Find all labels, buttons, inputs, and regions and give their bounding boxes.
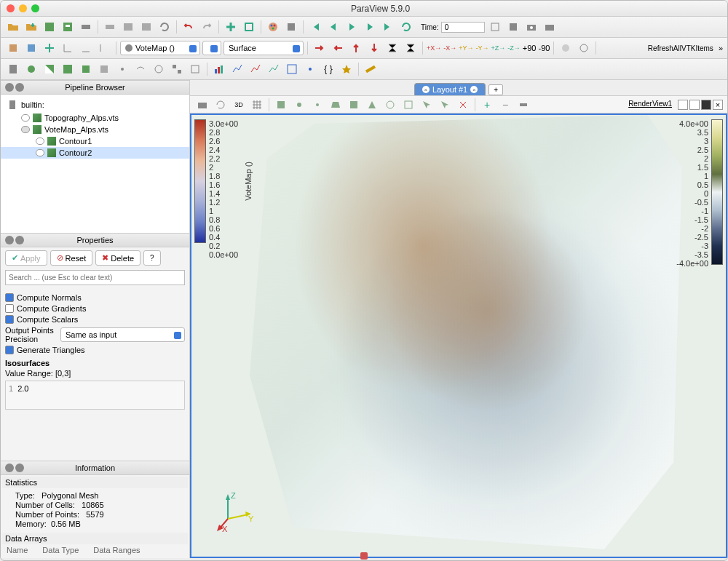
- compute-scalars-checkbox[interactable]: Compute Scalars: [5, 315, 185, 324]
- layout-tab[interactable]: × Layout #1 ×: [414, 83, 486, 95]
- pipeline-item[interactable]: Contour2: [1, 147, 189, 159]
- axis-minus-x-icon[interactable]: -X→: [443, 40, 456, 56]
- pipeline-root[interactable]: builtin:: [1, 98, 189, 112]
- line-chart2-icon[interactable]: [248, 61, 264, 77]
- probe-icon[interactable]: [302, 61, 318, 77]
- clip-icon[interactable]: [41, 61, 58, 77]
- grid-icon[interactable]: [249, 97, 265, 113]
- sel-points-icon[interactable]: [309, 97, 325, 113]
- line-chart-icon[interactable]: [229, 61, 245, 77]
- next-frame-icon[interactable]: [362, 19, 378, 35]
- colorbar-votemap[interactable]: 3.0e+002.82.62.42.221.81.61.41.210.80.60…: [194, 119, 253, 243]
- hover-point-icon[interactable]: [382, 97, 398, 113]
- panel-close-icon[interactable]: [5, 236, 14, 244]
- line-chart3-icon[interactable]: [266, 61, 282, 77]
- save-icon[interactable]: [23, 19, 39, 35]
- loop-icon[interactable]: [398, 19, 414, 35]
- axis-minus-y-icon[interactable]: -Y→: [476, 40, 489, 56]
- add-layout-button[interactable]: +: [488, 84, 503, 95]
- slice-icon[interactable]: [60, 61, 76, 77]
- sel-block-icon[interactable]: [346, 97, 362, 113]
- compute-normals-checkbox[interactable]: Compute Normals: [5, 293, 185, 302]
- render-view[interactable]: 3.0e+002.82.62.42.221.81.61.41.210.80.60…: [190, 114, 727, 558]
- extract-level-icon[interactable]: [187, 61, 203, 77]
- xminus-view-icon[interactable]: [330, 40, 346, 56]
- colorbar-topography[interactable]: 4.0e+003.532.521.510.50-0.5-1-1.5-2-2.5-…: [676, 119, 723, 265]
- time-input[interactable]: [441, 22, 485, 33]
- panel-dock-icon[interactable]: [15, 83, 24, 92]
- connect-icon[interactable]: [78, 19, 94, 35]
- split-v-icon[interactable]: [689, 100, 700, 110]
- undo-icon[interactable]: [181, 19, 197, 35]
- clear-sel-icon[interactable]: [455, 97, 471, 113]
- screenshot-icon[interactable]: [523, 19, 539, 35]
- pipeline-item[interactable]: Topography_Alps.vts: [1, 112, 189, 124]
- close-view-icon[interactable]: ×: [713, 100, 723, 110]
- sel-interactive-icon[interactable]: [364, 97, 380, 113]
- orientation-axes[interactable]: Z Y X: [213, 490, 257, 535]
- maximize-icon[interactable]: [701, 100, 711, 110]
- ruler-icon[interactable]: [363, 61, 379, 77]
- last-frame-icon[interactable]: [380, 19, 396, 35]
- curves-icon[interactable]: { }: [320, 61, 336, 77]
- reset-button[interactable]: ⊘Reset: [50, 250, 93, 266]
- bar-chart-icon[interactable]: [211, 61, 227, 77]
- xplus-view-icon[interactable]: [312, 40, 328, 56]
- contour-icon[interactable]: [23, 61, 39, 77]
- renderview-label[interactable]: RenderView1: [628, 100, 672, 110]
- yminus-view-icon[interactable]: [366, 40, 382, 56]
- adjust-camera-icon[interactable]: [558, 40, 574, 56]
- scale-axis3-icon[interactable]: [96, 40, 112, 56]
- panel-dock-icon[interactable]: [15, 236, 24, 244]
- zoom-to-data-icon[interactable]: [23, 40, 39, 56]
- chart4-icon[interactable]: [284, 61, 300, 77]
- output-precision-combo[interactable]: Same as input: [60, 327, 185, 342]
- panel-dock-icon[interactable]: [15, 463, 24, 472]
- warp-icon[interactable]: [151, 61, 167, 77]
- isosurface-values-list[interactable]: 12.0: [5, 381, 185, 410]
- visibility-toggle-icon[interactable]: [36, 138, 44, 145]
- play-icon[interactable]: [344, 19, 360, 35]
- visibility-toggle-icon[interactable]: [36, 149, 44, 156]
- tab-close-icon[interactable]: ×: [470, 86, 478, 93]
- rotate-minus-icon[interactable]: -90: [538, 40, 550, 56]
- undo-camera-icon[interactable]: [213, 97, 229, 113]
- pick-icon[interactable]: [419, 97, 435, 113]
- delete-button[interactable]: ✖Delete: [95, 250, 141, 266]
- sel-frustum-icon[interactable]: [328, 97, 344, 113]
- save-data-icon[interactable]: [41, 19, 58, 35]
- apply-on-select-icon[interactable]: [241, 19, 257, 35]
- extract-icon[interactable]: [96, 61, 112, 77]
- representation-combo[interactable]: Surface: [223, 41, 304, 55]
- axis-minus-z-icon[interactable]: -Z→: [507, 40, 521, 56]
- rotate-camera-icon[interactable]: [576, 40, 592, 56]
- generate-triangles-checkbox[interactable]: Generate Triangles: [5, 346, 185, 354]
- pick2-icon[interactable]: [437, 97, 453, 113]
- help-button[interactable]: ?: [143, 250, 161, 266]
- glyph-icon[interactable]: [114, 61, 130, 77]
- time-next-icon[interactable]: [505, 19, 521, 35]
- axis-plus-y-icon[interactable]: +Y→: [459, 40, 473, 56]
- pipeline-item[interactable]: Contour1: [1, 135, 189, 147]
- threshold-icon[interactable]: [78, 61, 94, 77]
- sel-surface-icon[interactable]: [273, 97, 289, 113]
- split-h-icon[interactable]: [678, 100, 688, 110]
- calculator-icon[interactable]: [5, 61, 21, 77]
- apply-button[interactable]: ✔Apply: [5, 250, 47, 266]
- open-file-icon[interactable]: [5, 19, 21, 35]
- scale-axis-icon[interactable]: [60, 40, 76, 56]
- rotate-plus-icon[interactable]: +90: [523, 40, 537, 56]
- camera-icon[interactable]: [542, 19, 558, 35]
- help-icon[interactable]: [283, 19, 299, 35]
- coloring-array-combo[interactable]: VoteMap (): [120, 41, 200, 55]
- reset-camera-icon[interactable]: [41, 40, 58, 56]
- component-combo[interactable]: [202, 41, 221, 55]
- panel-close-icon[interactable]: [5, 83, 14, 92]
- time-snap-icon[interactable]: [487, 19, 503, 35]
- hover-cell-icon[interactable]: [400, 97, 416, 113]
- zminus-view-icon[interactable]: [403, 40, 419, 56]
- camera-icon[interactable]: [194, 97, 210, 113]
- server-icon[interactable]: [120, 19, 136, 35]
- auto-apply-icon[interactable]: [223, 19, 239, 35]
- disconnect-icon[interactable]: [102, 19, 118, 35]
